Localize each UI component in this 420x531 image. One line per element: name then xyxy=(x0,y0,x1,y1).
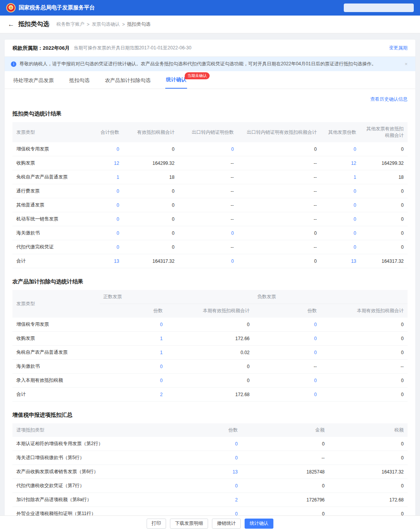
vat-summary-table: 进项抵扣类型 份数 金额 税额 本期认证相符的增值税专用发票（第2行）000海关… xyxy=(12,423,408,521)
breadcrumb-item[interactable]: 税务数字账户 xyxy=(56,21,84,28)
column-header: 其他发票份数 xyxy=(320,122,360,142)
view-history-link[interactable]: 查看历史确认信息 xyxy=(370,96,408,103)
count-link[interactable]: 0 xyxy=(254,346,321,360)
count-link[interactable]: 0 xyxy=(320,226,360,240)
count-link[interactable]: 0 xyxy=(320,212,360,226)
cell-value: -- xyxy=(320,360,408,374)
close-icon[interactable]: × xyxy=(403,61,409,67)
count-link[interactable]: 0 xyxy=(100,374,167,388)
count-link[interactable]: 0 xyxy=(320,240,360,254)
breadcrumb-item-current: 抵扣类勾选 xyxy=(127,21,150,28)
count-link[interactable]: 0 xyxy=(170,479,242,493)
table-row: 海关进口增值税缴款书（第5行）0--0 xyxy=(12,451,408,465)
count-link[interactable]: 1 xyxy=(100,332,167,346)
cell-value: 0 xyxy=(360,226,408,240)
count-link[interactable]: 12 xyxy=(320,156,360,170)
count-link[interactable]: 2 xyxy=(170,493,242,507)
cell-value: 1825748 xyxy=(242,465,329,479)
brand: 国家税务总局电子发票服务平台 xyxy=(6,3,95,12)
count-link[interactable]: 0 xyxy=(178,142,238,156)
cell-value: 0 xyxy=(238,254,320,268)
cell-value: 0 xyxy=(320,346,408,360)
row-label: 增值税专用发票 xyxy=(12,318,100,332)
count-link[interactable]: 0 xyxy=(320,184,360,198)
back-arrow-icon[interactable]: ← xyxy=(8,21,14,28)
count-link[interactable]: 0 xyxy=(178,254,238,268)
change-period-link[interactable]: 变更属期 xyxy=(389,45,408,51)
count-link[interactable]: 0 xyxy=(170,451,242,465)
table-row: 海关缴款书00---- xyxy=(12,360,408,374)
app-header: 国家税务总局电子发票服务平台 xyxy=(0,0,420,16)
page-titlebar: ← 抵扣类勾选 税务数字账户 > 发票勾选确认 > 抵扣类勾选 xyxy=(0,16,420,33)
tab-deduction-selection[interactable]: 抵扣勾选 xyxy=(68,72,90,89)
count-link[interactable]: 0 xyxy=(88,142,123,156)
count-link[interactable]: 0 xyxy=(178,226,238,240)
cell-value: 0 xyxy=(123,184,178,198)
row-label: 代扣代缴税收交款凭证（第7行） xyxy=(12,479,170,493)
cell-value: 0 xyxy=(123,226,178,240)
count-link[interactable]: 1 xyxy=(320,170,360,184)
count-link[interactable]: 2 xyxy=(100,388,167,402)
platform-logo-icon xyxy=(6,3,16,12)
count-link[interactable]: 0 xyxy=(88,240,123,254)
table-row: 其他普通发票00----00 xyxy=(12,198,408,212)
cell-value: 0 xyxy=(242,437,329,451)
table-row: 机动车统一销售发票00----00 xyxy=(12,212,408,226)
row-label: 录入本期有效抵扣税额 xyxy=(12,374,100,388)
count-link[interactable]: 0 xyxy=(254,318,321,332)
count-link[interactable]: 1 xyxy=(100,346,167,360)
count-link[interactable]: 0 xyxy=(88,198,123,212)
cell-value: -- xyxy=(178,240,238,254)
cell-value: -- xyxy=(178,198,238,212)
cell-value: 0 xyxy=(329,437,408,451)
user-info-area[interactable] xyxy=(344,3,414,12)
count-link[interactable]: 13 xyxy=(320,254,360,268)
tab-agri-additional-deduction[interactable]: 农产品加计扣除勾选 xyxy=(104,72,151,89)
cell-value: 164317.32 xyxy=(329,465,408,479)
count-link[interactable]: 0 xyxy=(88,226,123,240)
cell-value: -- xyxy=(238,170,320,184)
cell-value: 172.66 xyxy=(166,332,254,346)
count-link[interactable]: 0 xyxy=(254,332,321,346)
count-link[interactable]: 0 xyxy=(320,198,360,212)
count-link[interactable]: 13 xyxy=(170,465,242,479)
column-header: 有效抵扣税额合计 xyxy=(123,122,178,142)
cell-value: 0 xyxy=(238,226,320,240)
cell-value: 0 xyxy=(238,142,320,156)
download-invoice-detail-button[interactable]: 下载发票明细 xyxy=(170,519,208,529)
confirm-statistics-button[interactable]: 统计确认 xyxy=(245,519,273,529)
count-link[interactable]: 13 xyxy=(88,254,123,268)
revoke-statistics-button[interactable]: 撤销统计 xyxy=(212,519,241,529)
tab-statistics-confirm[interactable]: 统计确认 当期未确认 xyxy=(165,72,187,89)
tab-statistics-confirm-label: 统计确认 xyxy=(166,77,186,82)
table-row: 农产品收购发票或者销售发票（第6行）131825748164317.32 xyxy=(12,465,408,479)
count-link[interactable]: 0 xyxy=(88,184,123,198)
breadcrumb-item[interactable]: 发票勾选确认 xyxy=(92,21,120,28)
count-link[interactable]: 0 xyxy=(254,374,321,388)
cell-value: -- xyxy=(242,451,329,465)
count-link[interactable]: 0 xyxy=(88,212,123,226)
cell-value: 0 xyxy=(320,374,408,388)
deduction-stats-table: 发票类型 合计份数 有效抵扣税额合计 出口转内销证明份数 出口转内销证明有效抵扣… xyxy=(12,122,408,268)
row-label: 其他普通发票 xyxy=(12,198,88,212)
count-link[interactable]: 0 xyxy=(100,360,167,374)
cell-value: 0 xyxy=(329,451,408,465)
column-header: 发票类型 xyxy=(12,290,100,318)
table-row: 收购发票1172.6600 xyxy=(12,332,408,346)
cell-value: 0 xyxy=(166,360,254,374)
print-button[interactable]: 打印 xyxy=(147,519,166,529)
count-link[interactable]: 12 xyxy=(88,156,123,170)
breadcrumb-separator: > xyxy=(87,22,89,27)
count-link[interactable]: 0 xyxy=(254,388,321,402)
agri-stats-table: 发票类型 正数发票 负数发票 份数 本期有效抵扣税额合计 份数 本期有效抵扣税额… xyxy=(12,290,408,402)
breadcrumb-separator: > xyxy=(122,22,125,27)
column-header: 出口转内销证明有效抵扣税额合计 xyxy=(238,122,320,142)
count-link[interactable]: 0 xyxy=(320,142,360,156)
cell-value: 0 xyxy=(320,332,408,346)
count-link[interactable]: 0 xyxy=(170,437,242,451)
count-link[interactable]: 1 xyxy=(88,170,123,184)
count-link[interactable]: 0 xyxy=(100,318,167,332)
row-label: 通行费发票 xyxy=(12,184,88,198)
tab-pending-agri-invoices[interactable]: 待处理农产品发票 xyxy=(12,72,54,89)
cell-value: 0 xyxy=(123,212,178,226)
